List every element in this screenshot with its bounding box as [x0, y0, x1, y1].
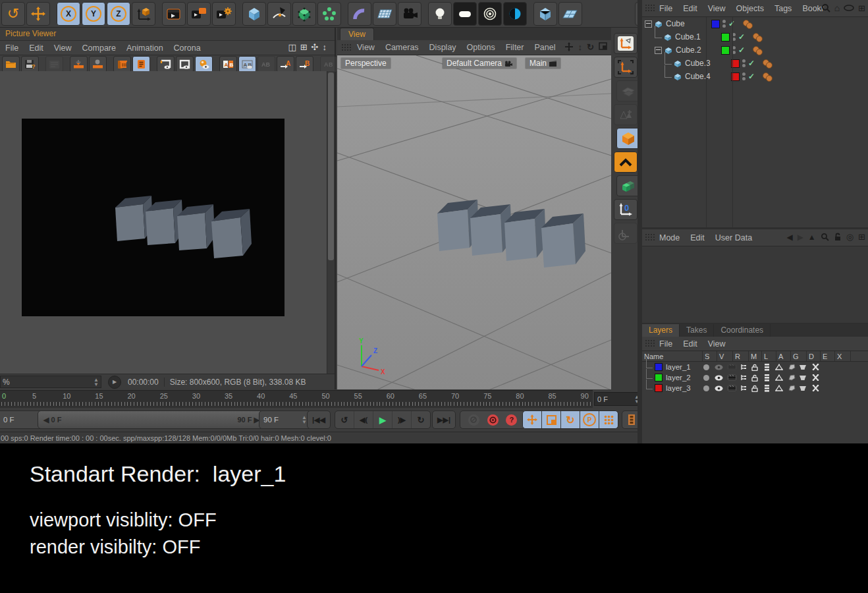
- viewport-canvas[interactable]: Y X Z Perspective Default Camera Main: [337, 55, 611, 389]
- ruler-frame-20[interactable]: 20: [127, 392, 135, 400]
- set-b-button[interactable]: B: [296, 56, 313, 72]
- play-button[interactable]: ▶: [373, 411, 393, 428]
- ruler-frame-80[interactable]: 80: [516, 392, 524, 400]
- vp-menu-panel[interactable]: Panel: [534, 43, 555, 52]
- layer-row[interactable]: layer_2: [642, 372, 868, 383]
- grip-dots[interactable]: [645, 339, 655, 348]
- xref-toggle[interactable]: [809, 385, 822, 391]
- target-light-button[interactable]: [478, 2, 502, 26]
- om-menu-tags[interactable]: Tags: [774, 4, 792, 13]
- lock-x-button[interactable]: X: [57, 2, 80, 26]
- current-frame-field[interactable]: 0 F ▲▼: [594, 392, 643, 406]
- scrollbar-thumb[interactable]: [328, 72, 334, 260]
- layer-name[interactable]: layer_3: [666, 384, 691, 392]
- save-image-button[interactable]: ?: [21, 56, 39, 72]
- axis-lock-button[interactable]: [614, 223, 637, 244]
- record-key-button[interactable]: [468, 414, 479, 426]
- phong-tag-icon[interactable]: [753, 46, 763, 54]
- zoom-stepper[interactable]: ▲▼: [94, 378, 99, 387]
- add-pane-icon[interactable]: ⊞: [300, 42, 308, 52]
- enabled-check[interactable]: ✓: [748, 72, 755, 81]
- pv-menu-compare[interactable]: Compare: [82, 43, 116, 53]
- layers-menu-file[interactable]: File: [659, 339, 672, 349]
- ruler-frame-70[interactable]: 70: [451, 392, 459, 400]
- range-end-stepper[interactable]: ▲▼: [302, 415, 307, 424]
- phong-tag-icon[interactable]: [763, 59, 773, 67]
- autokey-button[interactable]: [487, 414, 499, 426]
- visibility-dots[interactable]: [722, 20, 726, 28]
- manager-visibility-toggle[interactable]: [738, 364, 749, 370]
- ruler-frame-75[interactable]: 75: [483, 392, 491, 400]
- add-panel-icon[interactable]: ⊞: [858, 3, 865, 13]
- previous-frame-button[interactable]: ◀(: [354, 411, 373, 428]
- previous-key-button[interactable]: ↺: [335, 411, 354, 428]
- layer-name[interactable]: layer_1: [666, 363, 691, 371]
- ruler-frame-30[interactable]: 30: [192, 392, 200, 400]
- ruler-frame-50[interactable]: 50: [321, 392, 329, 400]
- pv-menu-corona[interactable]: Corona: [174, 43, 201, 53]
- lock-toggle[interactable]: [749, 374, 761, 381]
- home-icon[interactable]: ⌂: [834, 3, 840, 13]
- array-object-button[interactable]: [317, 2, 341, 26]
- manager-visibility-toggle[interactable]: [738, 374, 749, 381]
- lock-y-button[interactable]: Y: [82, 2, 105, 26]
- goto-end-button[interactable]: ▶▶|: [432, 410, 456, 429]
- play-preview-button[interactable]: ▶: [108, 376, 121, 389]
- pv-menu-file[interactable]: File: [5, 43, 18, 53]
- object-row[interactable]: Cube.2✓: [642, 43, 868, 57]
- object-row[interactable]: Cube.1✓: [642, 30, 868, 43]
- vp-menu-filter[interactable]: Filter: [506, 43, 524, 52]
- lock-icon[interactable]: [834, 233, 842, 242]
- parent-object-icon[interactable]: ▲: [808, 233, 816, 242]
- deformers-toggle[interactable]: [786, 374, 797, 381]
- lock-toggle[interactable]: [749, 364, 761, 371]
- subdivision-surface-button[interactable]: [292, 2, 316, 26]
- timeline-ruler[interactable]: 051015202530354045505560657075808590: [0, 390, 593, 408]
- deformers-toggle[interactable]: [786, 385, 797, 391]
- delete-image-button[interactable]: [113, 56, 131, 72]
- zoom-view-icon[interactable]: ↕: [578, 42, 583, 52]
- object-name[interactable]: Cube: [666, 19, 685, 28]
- volumetric-light-button[interactable]: [503, 2, 527, 26]
- open-file-button[interactable]: [2, 56, 20, 72]
- pv-menu-animation[interactable]: Animation: [126, 43, 163, 53]
- search-icon[interactable]: [821, 233, 829, 241]
- ruler-frame-15[interactable]: 15: [95, 392, 103, 400]
- vp-menu-view[interactable]: View: [357, 43, 375, 52]
- scale-command-button[interactable]: [542, 411, 561, 428]
- frame-range-slider[interactable]: ◀ 0 F 90 F ▶: [38, 410, 265, 429]
- texture-axis-mode-button[interactable]: [616, 80, 640, 101]
- object-mode-button[interactable]: [616, 128, 640, 149]
- om-menu-edit[interactable]: Edit: [683, 4, 697, 13]
- ruler-frame-25[interactable]: 25: [160, 392, 168, 400]
- render-view-button[interactable]: [162, 2, 186, 26]
- camera-label[interactable]: Default Camera: [443, 58, 516, 69]
- zoom-pane-icon[interactable]: ↕: [323, 42, 327, 52]
- light-object-button[interactable]: [428, 2, 452, 26]
- ruler-frame-40[interactable]: 40: [257, 392, 265, 400]
- snap-grid-button[interactable]: [599, 411, 618, 428]
- phong-tag-icon[interactable]: [753, 33, 763, 41]
- pv-menu-edit[interactable]: Edit: [29, 43, 43, 53]
- spline-pen-button[interactable]: [267, 2, 291, 26]
- deformers-toggle[interactable]: [786, 364, 797, 370]
- eye-filter-icon[interactable]: [844, 5, 854, 11]
- vp-menu-cameras[interactable]: Cameras: [385, 43, 419, 52]
- phong-tag-icon[interactable]: [743, 20, 753, 28]
- am-menu-user-data[interactable]: User Data: [715, 233, 752, 242]
- lock-z-button[interactable]: Z: [107, 2, 130, 26]
- projection-label[interactable]: Perspective: [341, 58, 391, 69]
- expressions-toggle[interactable]: [797, 364, 809, 370]
- range-end-field[interactable]: 90 F ▲▼: [259, 410, 312, 429]
- solo-toggle[interactable]: [700, 364, 712, 370]
- display-plane-button[interactable]: [558, 2, 582, 26]
- split-pane-icon[interactable]: ◫: [288, 42, 296, 52]
- ruler-frame-60[interactable]: 60: [387, 392, 394, 400]
- om-menu-objects[interactable]: Objects: [736, 4, 764, 13]
- object-name[interactable]: Cube.1: [675, 32, 701, 42]
- pan-view-icon[interactable]: [564, 42, 574, 51]
- expand-toggle[interactable]: [655, 47, 662, 54]
- grip-dots[interactable]: [645, 233, 655, 242]
- layer-color-chip[interactable]: [711, 20, 720, 28]
- tab-takes[interactable]: Takes: [680, 324, 714, 337]
